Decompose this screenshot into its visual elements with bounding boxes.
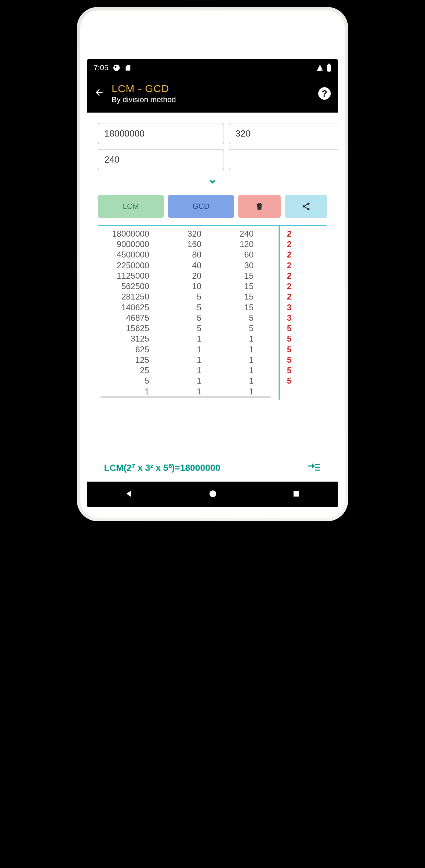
table-cell: 5 bbox=[197, 302, 201, 313]
svg-point-0 bbox=[113, 65, 120, 71]
table-cell: 125 bbox=[135, 355, 149, 365]
delete-button[interactable] bbox=[238, 195, 281, 218]
result-text: LCM(2⁷ x 3² x 5⁶)=18000000 bbox=[104, 462, 220, 473]
button-row: LCM GCD bbox=[98, 195, 327, 222]
status-left: 7:05 bbox=[94, 63, 131, 72]
table-cell: 2 bbox=[287, 292, 291, 302]
table-cell: 1 bbox=[197, 386, 201, 397]
phone-frame: 7:05 x bbox=[77, 7, 348, 521]
table-cell: 1 bbox=[249, 376, 254, 386]
table-cell: 1125000 bbox=[117, 271, 149, 281]
app-screen: 7:05 x bbox=[87, 59, 338, 507]
table-cell: 1 bbox=[197, 334, 201, 344]
table-cell: 5 bbox=[197, 313, 201, 323]
app-bar: LCM - GCD By division method ? bbox=[87, 76, 338, 113]
title-block: LCM - GCD By division method bbox=[112, 83, 311, 104]
table-cell: 15 bbox=[244, 302, 254, 313]
table-cell: 1 bbox=[197, 355, 201, 365]
table-cell: 281250 bbox=[121, 292, 149, 302]
svg-point-1 bbox=[114, 66, 117, 68]
table-cell: 5 bbox=[197, 323, 201, 334]
quotients-panel[interactable]: 1800000090000004500000225000011250005625… bbox=[98, 226, 279, 400]
help-button[interactable]: ? bbox=[318, 87, 331, 100]
quotient-col-2: 320160804020105555111111 bbox=[167, 229, 201, 397]
table-cell: 1 bbox=[145, 386, 149, 397]
table-cell: 2 bbox=[287, 249, 291, 260]
svg-point-5 bbox=[307, 203, 310, 205]
table-cell: 2 bbox=[287, 229, 291, 239]
table-cell: 5 bbox=[197, 292, 201, 302]
table-cell: 240 bbox=[240, 229, 254, 239]
table-cell: 15 bbox=[244, 281, 254, 292]
table-cell: 5 bbox=[287, 344, 291, 355]
division-table: 1800000090000004500000225000011250005625… bbox=[98, 225, 327, 400]
status-right: x bbox=[316, 64, 331, 72]
svg-point-9 bbox=[209, 490, 216, 497]
quotient-col-3: 24012060301515151555111111 bbox=[219, 229, 254, 397]
signal-icon: x bbox=[316, 64, 324, 72]
trash-icon bbox=[255, 202, 264, 211]
nav-bar bbox=[87, 482, 338, 507]
table-cell: 2 bbox=[287, 260, 291, 271]
svg-rect-10 bbox=[294, 491, 299, 497]
table-cell: 15 bbox=[244, 292, 254, 302]
table-cell: 1 bbox=[249, 344, 254, 355]
nav-back[interactable] bbox=[125, 489, 134, 500]
svg-point-7 bbox=[307, 208, 310, 210]
table-cell: 10 bbox=[192, 281, 201, 292]
table-cell: 1 bbox=[197, 365, 201, 376]
input-d[interactable] bbox=[229, 149, 338, 170]
table-cell: 1 bbox=[249, 355, 254, 365]
table-cell: 3125 bbox=[131, 334, 149, 344]
share-button[interactable] bbox=[285, 195, 327, 218]
svg-text:x: x bbox=[321, 68, 323, 72]
table-cell: 1 bbox=[249, 386, 254, 397]
table-cell: 9000000 bbox=[117, 239, 149, 249]
input-c[interactable] bbox=[98, 149, 224, 170]
table-cell: 5 bbox=[287, 334, 291, 344]
result-bar: LCM(2⁷ x 3² x 5⁶)=18000000 bbox=[98, 462, 327, 478]
svg-rect-4 bbox=[328, 64, 330, 65]
table-cell: 3 bbox=[287, 302, 291, 313]
table-cell: 3 bbox=[287, 313, 291, 323]
share-icon bbox=[302, 202, 311, 211]
nav-home[interactable] bbox=[208, 489, 217, 500]
transfer-icon[interactable] bbox=[307, 462, 321, 474]
table-cell: 15625 bbox=[126, 323, 149, 334]
table-cell: 160 bbox=[187, 239, 201, 249]
table-cell: 1 bbox=[197, 376, 201, 386]
input-a[interactable] bbox=[98, 123, 224, 144]
back-button[interactable] bbox=[94, 86, 105, 101]
app-subtitle: By division method bbox=[112, 95, 311, 104]
table-cell: 320 bbox=[187, 229, 201, 239]
gcd-button[interactable]: GCD bbox=[168, 195, 234, 218]
svg-marker-8 bbox=[312, 464, 315, 468]
table-cell: 5 bbox=[145, 376, 149, 386]
app-title: LCM - GCD bbox=[112, 83, 311, 95]
table-cell: 5 bbox=[249, 323, 254, 334]
phone-inner: 7:05 x bbox=[80, 10, 345, 518]
chevron-down-icon[interactable] bbox=[208, 178, 217, 188]
table-cell: 625 bbox=[135, 344, 149, 355]
divisors-col: 222222233555555 bbox=[279, 226, 327, 400]
table-cell: 2 bbox=[287, 271, 291, 281]
table-cell: 80 bbox=[192, 249, 201, 260]
input-grid bbox=[98, 123, 327, 170]
table-cell: 1 bbox=[197, 344, 201, 355]
table-cell: 15 bbox=[244, 271, 254, 281]
quotient-col-1: 1800000090000004500000225000011250005625… bbox=[101, 229, 149, 397]
table-cell: 5 bbox=[287, 355, 291, 365]
table-cell: 120 bbox=[240, 239, 254, 249]
table-cell: 20 bbox=[192, 271, 201, 281]
status-time: 7:05 bbox=[94, 63, 109, 72]
app-indicator-icon bbox=[113, 64, 120, 72]
status-bar: 7:05 x bbox=[87, 59, 338, 76]
content-area: LCM GCD 18000000900000045000002250000112… bbox=[87, 113, 338, 482]
nav-recent[interactable] bbox=[292, 490, 300, 499]
table-cell: 5 bbox=[287, 376, 291, 386]
svg-point-6 bbox=[303, 205, 305, 208]
input-b[interactable] bbox=[229, 123, 338, 144]
table-cell: 18000000 bbox=[112, 229, 149, 239]
lcm-button[interactable]: LCM bbox=[98, 195, 164, 218]
table-cell: 2 bbox=[287, 239, 291, 249]
